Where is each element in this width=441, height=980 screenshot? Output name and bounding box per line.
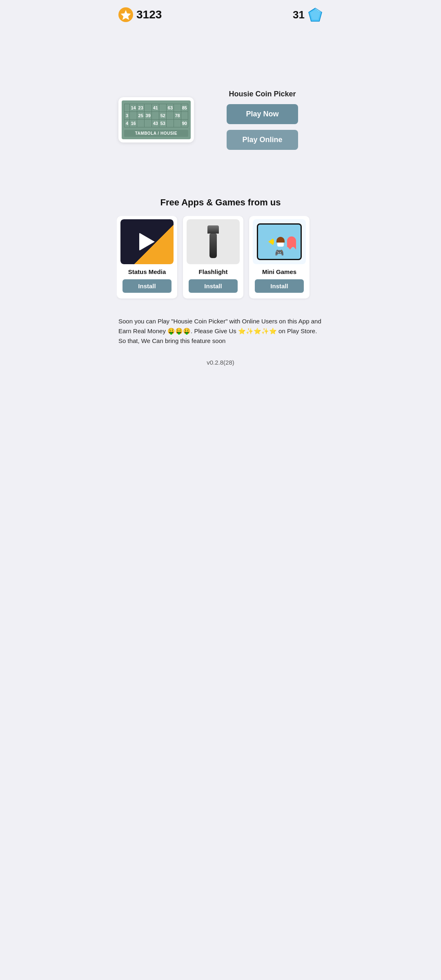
game-card: 1423416385 325395278 416435390 TAMBOLA /… bbox=[118, 97, 194, 143]
flashlight-icon-wrapper bbox=[187, 219, 240, 264]
play-triangle-icon bbox=[139, 233, 155, 251]
status-media-icon bbox=[120, 219, 174, 264]
game-title: Housie Coin Picker bbox=[229, 90, 296, 98]
app-card-status-media: Status Media Install bbox=[117, 216, 177, 298]
pacman-area bbox=[263, 236, 296, 247]
status-media-icon-wrapper bbox=[120, 219, 174, 264]
status-media-name: Status Media bbox=[128, 268, 166, 275]
tambola-board: 1423416385 325395278 416435390 TAMBOLA /… bbox=[122, 100, 191, 139]
spacer bbox=[110, 156, 331, 189]
free-apps-section: Free Apps & Games from us Status Media I… bbox=[110, 189, 331, 310]
apps-row: Status Media Install Flashlight Install bbox=[117, 216, 324, 302]
install-mini-games-button[interactable]: Install bbox=[255, 279, 304, 293]
ghost-icon bbox=[287, 236, 296, 247]
flashlight-shape bbox=[207, 225, 219, 258]
coin-count: 3123 bbox=[136, 8, 162, 21]
mini-games-icon: 🎮 bbox=[253, 219, 306, 264]
header-right: 31 bbox=[293, 7, 323, 22]
ad-space bbox=[110, 26, 331, 83]
tambola-title: TAMBOLA / HOUSIE bbox=[124, 130, 188, 137]
game-section: 1423416385 325395278 416435390 TAMBOLA /… bbox=[110, 83, 331, 156]
install-status-media-button[interactable]: Install bbox=[122, 279, 172, 293]
game-actions: Housie Coin Picker Play Now Play Online bbox=[202, 90, 323, 150]
play-online-button[interactable]: Play Online bbox=[227, 130, 298, 150]
app-card-mini-games: 🎮 Mini Games Install bbox=[249, 216, 310, 298]
flashlight-name: Flashlight bbox=[199, 268, 228, 275]
app-card-flashlight: Flashlight Install bbox=[183, 216, 243, 298]
pacman-icon bbox=[263, 236, 274, 247]
gem-count: 31 bbox=[293, 9, 305, 21]
mushroom-bottom bbox=[277, 243, 284, 247]
header-left: 3123 bbox=[118, 7, 162, 22]
flashlight-head bbox=[207, 225, 219, 234]
install-flashlight-button[interactable]: Install bbox=[189, 279, 238, 293]
version-text: v0.2.8(28) bbox=[110, 352, 331, 376]
gamepad-icon: 🎮 bbox=[275, 248, 284, 257]
play-now-button[interactable]: Play Now bbox=[227, 104, 298, 124]
mini-games-icon-wrapper: 🎮 bbox=[253, 219, 306, 264]
flashlight-icon bbox=[187, 219, 240, 264]
mushroom-top bbox=[276, 237, 285, 243]
mini-games-inner: 🎮 bbox=[257, 223, 302, 260]
mushroom-icon bbox=[276, 237, 285, 247]
free-apps-title: Free Apps & Games from us bbox=[117, 197, 324, 208]
info-text: Soon you can Play "Housie Coin Picker" w… bbox=[110, 310, 331, 352]
header: 3123 31 bbox=[110, 0, 331, 26]
mini-games-name: Mini Games bbox=[262, 268, 296, 275]
flashlight-body bbox=[209, 234, 217, 258]
gem-icon bbox=[308, 7, 323, 22]
star-coin-icon bbox=[118, 7, 133, 22]
tambola-grid: 1423416385 325395278 416435390 bbox=[124, 104, 188, 127]
